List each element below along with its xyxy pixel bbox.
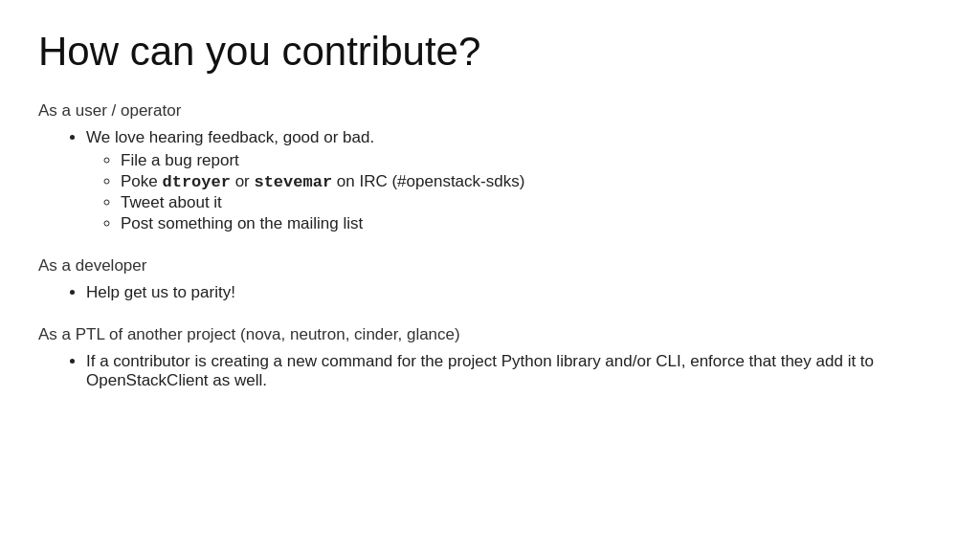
user-operator-label: As a user / operator [38,101,942,121]
feedback-item: We love hearing feedback, good or bad. F… [86,128,942,233]
user-operator-section: As a user / operator We love hearing fee… [38,101,942,233]
dtroyer-name: dtroyer [162,173,230,191]
user-operator-list: We love hearing feedback, good or bad. F… [38,128,942,233]
ptl-item: If a contributor is creating a new comma… [86,352,942,390]
sub-item-poke: Poke dtroyer or stevemar on IRC (#openst… [121,172,942,191]
poke-suffix: on IRC (#openstack-sdks) [332,172,524,190]
developer-section: As a developer Help get us to parity! [38,256,942,302]
bug-report-text: File a bug report [121,151,239,169]
ptl-label: As a PTL of another project (nova, neutr… [38,325,942,344]
sub-item-mailing: Post something on the mailing list [121,214,942,233]
parity-item: Help get us to parity! [86,283,942,302]
ptl-text: If a contributor is creating a new comma… [86,352,874,389]
feedback-text: We love hearing feedback, good or bad. [86,128,374,146]
parity-text: Help get us to parity! [86,283,235,301]
ptl-section: As a PTL of another project (nova, neutr… [38,325,942,390]
sub-item-bug: File a bug report [121,151,942,170]
page-title: How can you contribute? [38,29,942,75]
poke-prefix: Poke [121,172,162,190]
mailing-text: Post something on the mailing list [121,214,363,232]
sub-item-tweet: Tweet about it [121,193,942,212]
developer-label: As a developer [38,256,942,276]
developer-list: Help get us to parity! [38,283,942,302]
ptl-list: If a contributor is creating a new comma… [38,352,942,390]
sub-items-list: File a bug report Poke dtroyer or stevem… [86,151,942,233]
or-text: or [231,172,255,190]
tweet-text: Tweet about it [121,193,222,211]
stevemar-name: stevemar [254,173,332,191]
